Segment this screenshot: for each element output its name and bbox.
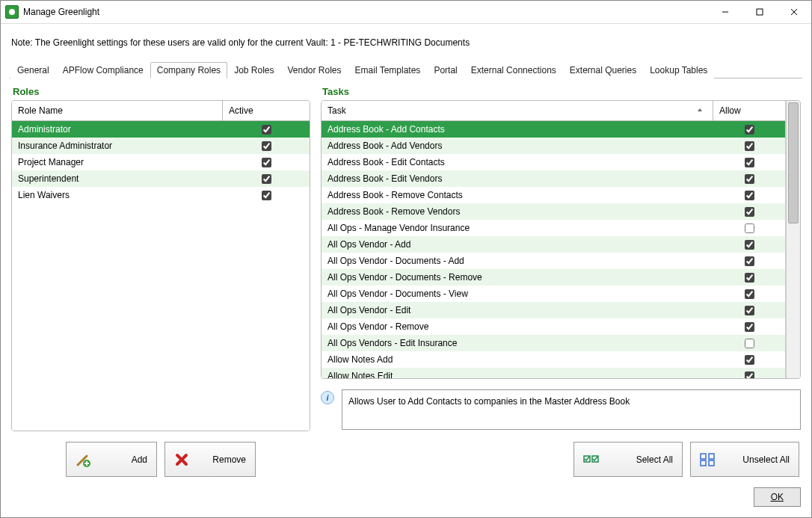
task-allow-cell xyxy=(713,303,785,318)
unselect-all-button[interactable]: Unselect All xyxy=(690,442,799,477)
role-row[interactable]: Insurance Administrator xyxy=(12,138,310,154)
task-allow-checkbox[interactable] xyxy=(745,125,754,135)
role-name: Project Manager xyxy=(12,157,223,167)
tab-vendor-roles[interactable]: Vendor Roles xyxy=(281,62,348,78)
task-allow-cell xyxy=(713,353,785,367)
tab-external-connections[interactable]: External Connections xyxy=(464,62,563,78)
task-allow-checkbox[interactable] xyxy=(745,223,754,233)
tab-email-templates[interactable]: Email Templates xyxy=(348,62,428,78)
roles-grid-header: Role Name Active xyxy=(12,101,310,121)
task-row[interactable]: All Ops Vendor - Documents - Add xyxy=(322,253,785,269)
unselect-all-label: Unselect All xyxy=(742,454,790,465)
ok-label: OK xyxy=(771,492,784,502)
task-allow-checkbox[interactable] xyxy=(745,339,754,348)
task-name: Address Book - Remove Vendors xyxy=(322,206,713,217)
remove-icon xyxy=(174,452,189,467)
titlebar: Manage Greenlight xyxy=(1,1,811,24)
task-row[interactable]: All Ops Vendor - Documents - Remove xyxy=(322,269,785,286)
role-active-checkbox[interactable] xyxy=(262,158,271,167)
select-all-button[interactable]: Select All xyxy=(573,442,683,477)
tasks-scrollbar[interactable] xyxy=(786,101,800,378)
task-row[interactable]: All Ops Vendor - Edit xyxy=(322,302,785,318)
roles-col-name[interactable]: Role Name xyxy=(12,101,223,120)
svg-rect-8 xyxy=(701,454,706,459)
task-allow-checkbox[interactable] xyxy=(745,306,754,315)
task-name: All Ops Vendors - Edit Insurance xyxy=(322,338,713,348)
tab-general[interactable]: General xyxy=(10,62,56,78)
role-active-checkbox[interactable] xyxy=(262,141,271,151)
task-allow-checkbox[interactable] xyxy=(745,289,754,299)
role-row[interactable]: Administrator xyxy=(12,121,310,138)
roles-col-active[interactable]: Active xyxy=(223,101,310,120)
close-button[interactable] xyxy=(777,1,811,23)
task-allow-checkbox[interactable] xyxy=(745,174,754,184)
task-allow-cell xyxy=(713,287,785,301)
role-active-cell xyxy=(223,172,310,186)
task-allow-cell xyxy=(713,254,785,268)
tasks-grid: Task Allow Address Book - Add ContactsAd… xyxy=(321,100,801,379)
task-allow-checkbox[interactable] xyxy=(745,273,754,283)
tasks-grid-header: Task Allow xyxy=(322,101,785,121)
vault-note: Note: The Greenlight settings for these … xyxy=(11,37,802,48)
task-allow-checkbox[interactable] xyxy=(745,371,754,379)
ok-button[interactable]: OK xyxy=(754,487,801,507)
role-row[interactable]: Project Manager xyxy=(12,154,310,170)
minimize-button[interactable] xyxy=(708,1,742,23)
task-allow-checkbox[interactable] xyxy=(745,207,754,217)
task-row[interactable]: Address Book - Add Vendors xyxy=(322,138,785,154)
role-row[interactable]: Superintendent xyxy=(12,170,310,187)
tasks-col-task[interactable]: Task xyxy=(322,101,713,120)
task-name: All Ops Vendor - Add xyxy=(322,239,713,250)
svg-rect-10 xyxy=(701,460,706,466)
task-row[interactable]: All Ops Vendor - Add xyxy=(322,236,785,253)
task-row[interactable]: All Ops - Manage Vendor Insurance xyxy=(322,220,785,236)
task-allow-checkbox[interactable] xyxy=(745,141,754,151)
tasks-col-allow[interactable]: Allow xyxy=(713,101,785,120)
tab-job-roles[interactable]: Job Roles xyxy=(227,62,280,78)
task-row[interactable]: Address Book - Edit Vendors xyxy=(322,170,785,187)
remove-role-button[interactable]: Remove xyxy=(164,442,256,477)
task-allow-cell xyxy=(713,188,785,203)
task-row[interactable]: Address Book - Remove Contacts xyxy=(322,187,785,203)
tasks-grid-body[interactable]: Address Book - Add ContactsAddress Book … xyxy=(322,121,785,378)
role-name: Administrator xyxy=(12,124,223,135)
select-all-label: Select All xyxy=(636,454,673,465)
role-active-checkbox[interactable] xyxy=(262,191,271,200)
task-row[interactable]: Address Book - Add Contacts xyxy=(322,121,785,138)
roles-pane: Roles Role Name Active AdministratorInsu… xyxy=(11,86,310,481)
task-name: All Ops Vendor - Documents - Remove xyxy=(322,272,713,283)
svg-rect-9 xyxy=(709,454,714,459)
role-active-checkbox[interactable] xyxy=(262,125,271,135)
tab-lookup-tables[interactable]: Lookup Tables xyxy=(643,62,714,78)
task-allow-checkbox[interactable] xyxy=(745,158,754,167)
task-allow-checkbox[interactable] xyxy=(745,240,754,250)
task-row[interactable]: Address Book - Remove Vendors xyxy=(322,203,785,220)
task-row[interactable]: Allow Notes Edit xyxy=(322,368,785,378)
role-row[interactable]: Lien Waivers xyxy=(12,187,310,203)
task-row[interactable]: All Ops Vendor - Documents - View xyxy=(322,286,785,302)
scrollbar-thumb[interactable] xyxy=(788,102,799,223)
role-active-checkbox[interactable] xyxy=(262,174,271,184)
task-allow-checkbox[interactable] xyxy=(745,322,754,332)
task-row[interactable]: Address Book - Edit Contacts xyxy=(322,154,785,170)
task-row[interactable]: All Ops Vendor - Remove xyxy=(322,318,785,335)
task-allow-checkbox[interactable] xyxy=(745,191,754,200)
task-row[interactable]: Allow Notes Add xyxy=(322,351,785,368)
add-role-button[interactable]: Add xyxy=(66,442,157,477)
tab-company-roles[interactable]: Company Roles xyxy=(150,62,227,78)
task-allow-cell xyxy=(713,123,785,137)
tab-external-queries[interactable]: External Queries xyxy=(563,62,643,78)
task-allow-checkbox[interactable] xyxy=(745,355,754,365)
task-row[interactable]: All Ops Vendors - Edit Insurance xyxy=(322,335,785,351)
task-allow-cell xyxy=(713,221,785,235)
task-allow-cell xyxy=(713,271,785,285)
roles-grid-body[interactable]: AdministratorInsurance AdministratorProj… xyxy=(12,121,310,431)
tab-apflow-compliance[interactable]: APFlow Compliance xyxy=(56,62,150,78)
maximize-button[interactable] xyxy=(742,1,777,23)
add-icon xyxy=(76,452,90,467)
task-name: Address Book - Add Contacts xyxy=(322,124,713,135)
role-name: Superintendent xyxy=(12,173,223,184)
task-allow-cell xyxy=(713,155,785,170)
task-allow-checkbox[interactable] xyxy=(745,256,754,266)
tab-portal[interactable]: Portal xyxy=(427,62,464,78)
